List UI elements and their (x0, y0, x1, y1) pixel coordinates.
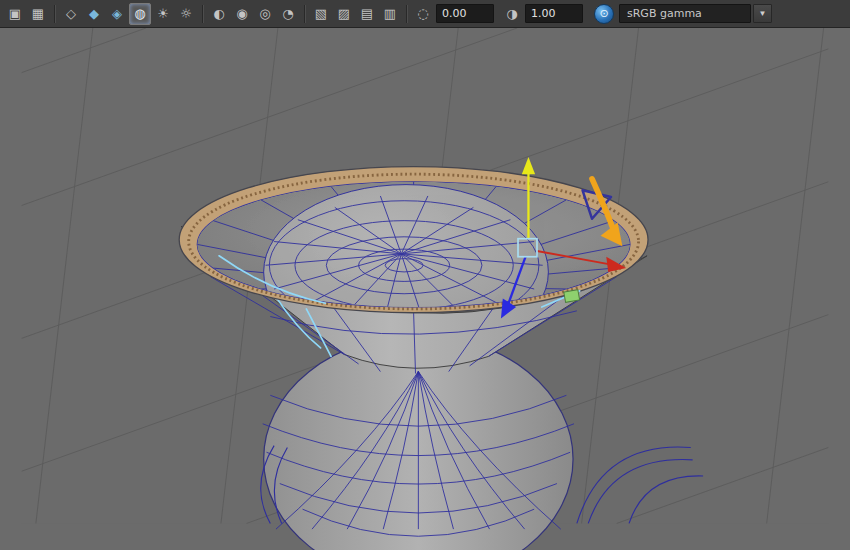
wireframe-mode-button[interactable]: ◇ (60, 3, 82, 25)
exposure-icon: ◌ (417, 7, 428, 20)
isolate-select-button[interactable]: ▧ (310, 3, 332, 25)
textured-cube-icon: ◈ (112, 7, 122, 20)
grease-pencil-icon: ▥ (384, 7, 396, 20)
antialias-circle-icon: ◎ (259, 7, 270, 20)
x-ray-button[interactable]: ▨ (333, 3, 355, 25)
image-plane-button[interactable]: ▤ (356, 3, 378, 25)
textured-mode-button[interactable]: ◈ (106, 3, 128, 25)
grease-pencil-button[interactable]: ▥ (379, 3, 401, 25)
exposure-field[interactable]: 0.00 (436, 4, 494, 23)
chevron-down-icon: ▼ (759, 9, 767, 18)
viewport-canvas[interactable] (0, 28, 850, 550)
view-transform-dropdown-button[interactable]: ▼ (753, 4, 772, 23)
single-pane-layout-icon: ▣ (9, 7, 21, 20)
anti-aliasing-button[interactable]: ◎ (254, 3, 276, 25)
view-transform-value: sRGB gamma (627, 7, 702, 20)
image-plane-icon: ▤ (361, 7, 373, 20)
ambient-occlusion-button[interactable]: ◉ (231, 3, 253, 25)
gamma-toggle-button[interactable]: ◑ (501, 3, 523, 25)
xray-page-icon: ▨ (338, 7, 350, 20)
sun-icon: ☼ (180, 7, 192, 20)
shadow-sphere-icon: ◐ (213, 7, 224, 20)
light-bulb-icon: ☀ (157, 7, 169, 20)
wireframe-cube-icon: ◇ (66, 7, 76, 20)
default-lighting-button[interactable]: ☀ (152, 3, 174, 25)
scale-plane-handle[interactable] (564, 290, 580, 303)
toolbar-separator (406, 5, 407, 23)
gamma-field[interactable]: 1.00 (525, 4, 583, 23)
four-pane-layout-button[interactable]: ▦ (27, 3, 49, 25)
occlusion-circle-icon: ◉ (236, 7, 247, 20)
wireframe-on-shaded-icon: ◍ (134, 7, 145, 20)
view-transform-dropdown[interactable]: sRGB gamma (619, 4, 751, 23)
four-pane-layout-icon: ▦ (32, 7, 44, 20)
color-management-icon: ⊙ (599, 8, 608, 19)
single-pane-layout-button[interactable]: ▣ (4, 3, 26, 25)
exposure-toggle-button[interactable]: ◌ (412, 3, 434, 25)
shaded-mode-button[interactable]: ◆ (83, 3, 105, 25)
viewport-toolbar: ▣ ▦ ◇ ◆ ◈ ◍ ☀ ☼ ◐ ◉ ◎ ◔ ▧ ▨ ▤ ▥ ◌ 0.00 ◑… (0, 0, 850, 28)
color-management-button[interactable]: ⊙ (594, 4, 614, 24)
isolate-page-icon: ▧ (315, 7, 327, 20)
shadows-button[interactable]: ◐ (208, 3, 230, 25)
depth-of-field-button[interactable]: ◔ (277, 3, 299, 25)
toolbar-separator (54, 5, 55, 23)
all-lights-button[interactable]: ☼ (175, 3, 197, 25)
toolbar-separator (202, 5, 203, 23)
shaded-cube-icon: ◆ (89, 7, 99, 20)
aperture-icon: ◔ (282, 7, 293, 20)
toolbar-separator (304, 5, 305, 23)
wireframe-on-shaded-button[interactable]: ◍ (129, 3, 151, 25)
gamma-icon: ◑ (506, 7, 517, 20)
